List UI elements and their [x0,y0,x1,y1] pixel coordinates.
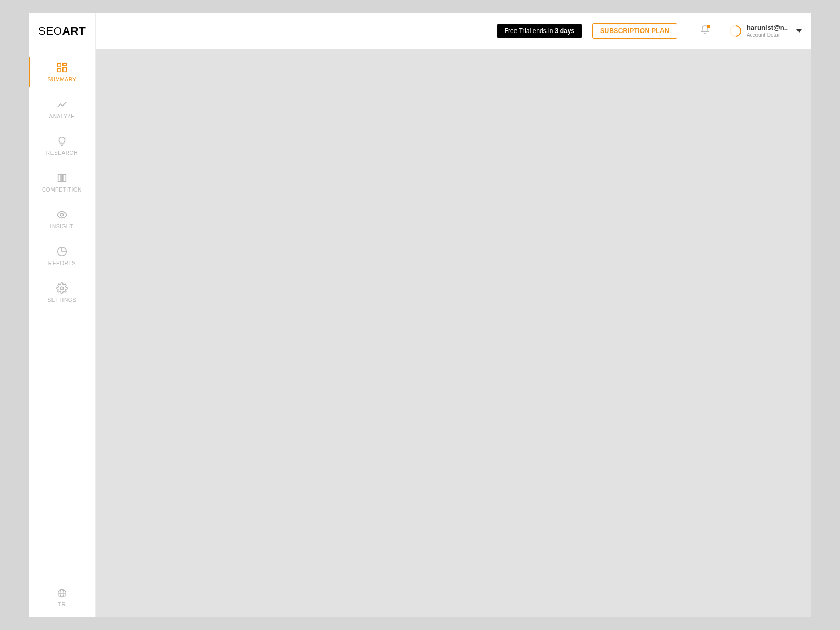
svg-point-11 [60,287,64,290]
main-content-area [96,49,811,617]
svg-rect-6 [58,174,61,181]
trend-icon [56,99,68,110]
loading-spinner-icon [727,23,743,39]
account-name: harunist@n.. [747,24,788,32]
trial-days: 3 days [555,27,574,35]
sidebar-item-label: SUMMARY [47,77,76,82]
globe-icon [57,588,67,600]
svg-rect-0 [58,63,61,66]
account-menu[interactable]: harunist@n.. Account Detail [722,13,811,49]
sidebar-item-reports[interactable]: REPORTS [29,237,95,274]
sidebar-spacer [29,311,95,588]
svg-line-5 [65,137,65,138]
svg-point-9 [60,213,64,216]
body-row: SUMMARY ANALYZE [29,49,811,617]
sidebar-item-label: REPORTS [48,260,76,266]
lightbulb-icon [56,135,68,147]
sidebar-item-competition[interactable]: COMPETITION [29,164,95,201]
topbar: SEOART Free Trial ends in 3 days SUBSCRI… [29,13,811,49]
notification-dot [707,25,710,28]
gear-icon [56,282,68,294]
sidebar: SUMMARY ANALYZE [29,49,96,617]
dashboard-icon [56,62,68,74]
sidebar-item-analyze[interactable]: ANALYZE [29,90,95,127]
compare-icon [56,172,68,184]
sidebar-item-summary[interactable]: SUMMARY [29,54,95,90]
sidebar-item-label: COMPETITION [42,187,82,193]
sidebar-item-label: INSIGHT [50,224,74,229]
brand-part1: SEO [38,25,62,37]
pie-chart-icon [56,246,68,257]
trial-status-pill[interactable]: Free Trial ends in 3 days [497,24,582,38]
svg-rect-1 [63,63,66,65]
svg-rect-7 [63,174,66,181]
sidebar-item-label: RESEARCH [46,150,78,156]
sidebar-item-label: ANALYZE [49,113,75,119]
sidebar-item-insight[interactable]: INSIGHT [29,201,95,237]
account-text: harunist@n.. Account Detail [747,24,788,38]
trial-prefix: Free Trial ends in [505,27,555,35]
eye-icon [56,209,68,220]
sidebar-item-research[interactable]: RESEARCH [29,127,95,164]
svg-rect-3 [58,68,61,71]
svg-line-4 [59,137,59,138]
subscription-plan-button[interactable]: SUBSCRIPTION PLAN [592,23,677,39]
svg-rect-2 [63,67,66,72]
sidebar-item-settings[interactable]: SETTINGS [29,274,95,311]
chevron-down-icon [796,29,802,33]
app-shell: SEOART Free Trial ends in 3 days SUBSCRI… [29,13,811,617]
sidebar-item-label: SETTINGS [48,297,77,303]
language-label: TR [58,602,66,607]
account-subtitle: Account Detail [747,32,788,38]
notifications-button[interactable] [688,13,722,49]
brand-logo[interactable]: SEOART [29,13,96,49]
language-switcher[interactable]: TR [29,588,95,617]
brand-part2: ART [62,25,86,37]
